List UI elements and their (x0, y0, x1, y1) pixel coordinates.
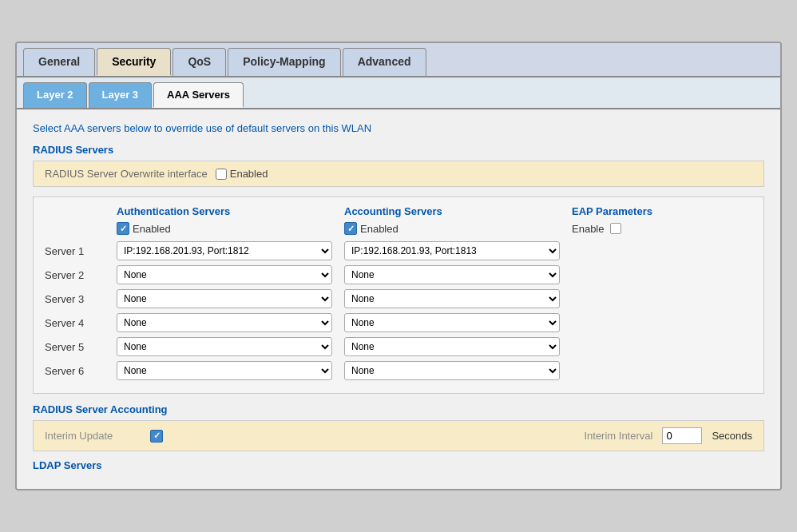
server-5-acct-select[interactable]: None (344, 337, 560, 356)
interim-interval-label: Interim Interval (584, 430, 652, 442)
overwrite-checkbox-label[interactable]: Enabled (216, 168, 268, 180)
subtab-aaa-servers[interactable]: AAA Servers (153, 82, 244, 108)
table-row: Server 2 None None (45, 265, 752, 284)
server-headers: Authentication Servers Accounting Server… (45, 205, 752, 217)
auth-enabled-text: Enabled (133, 223, 171, 235)
interim-update-checkbox[interactable] (150, 430, 163, 443)
subtab-layer2[interactable]: Layer 2 (23, 82, 87, 108)
overwrite-checkbox[interactable] (216, 169, 227, 180)
server-6-auth-select[interactable]: None (117, 361, 332, 380)
server-4-auth-select[interactable]: None (117, 313, 332, 332)
subtab-layer3[interactable]: Layer 3 (89, 82, 153, 108)
radius-accounting-section: RADIUS Server Accounting Interim Update … (33, 403, 764, 451)
server-1-label: Server 1 (45, 245, 117, 257)
content-area: Select AAA servers below to override use… (17, 109, 780, 489)
server-3-auth-select[interactable]: None (117, 289, 332, 308)
tab-advanced[interactable]: Advanced (343, 48, 426, 76)
acct-enabled-text: Enabled (360, 223, 398, 235)
interim-row: Interim Update Interim Interval Seconds (33, 420, 764, 451)
server-6-acct-select[interactable]: None (344, 361, 560, 380)
tab-policy-mapping[interactable]: Policy-Mapping (228, 48, 340, 76)
ldap-servers-title: LDAP Servers (33, 459, 764, 471)
interim-interval-input[interactable] (662, 427, 702, 444)
radius-servers-title: RADIUS Servers (33, 144, 764, 156)
top-tabs: General Security QoS Policy-Mapping Adva… (17, 43, 780, 77)
server-5-auth-select[interactable]: None (117, 337, 332, 356)
instruction-text: Select AAA servers below to override use… (33, 122, 764, 134)
tab-general[interactable]: General (23, 48, 95, 76)
seconds-label: Seconds (712, 430, 752, 442)
table-row: Server 5 None None (45, 337, 752, 356)
interim-update-label: Interim Update (45, 430, 141, 442)
server-4-label: Server 4 (45, 317, 117, 329)
main-container: General Security QoS Policy-Mapping Adva… (15, 42, 782, 490)
table-row: Server 1 IP:192.168.201.93, Port:1812 No… (45, 241, 752, 260)
tab-qos[interactable]: QoS (172, 48, 226, 76)
radius-accounting-title: RADIUS Server Accounting (33, 403, 764, 415)
radius-overwrite-row: RADIUS Server Overwrite interface Enable… (33, 161, 764, 187)
server-2-auth-select[interactable]: None (117, 265, 332, 284)
auth-enabled-checkbox[interactable] (117, 222, 129, 235)
eap-enable-label: Enable (572, 223, 604, 235)
server-2-acct-select[interactable]: None (344, 265, 560, 284)
table-row: Server 6 None None (45, 361, 752, 380)
sub-tabs: Layer 2 Layer 3 AAA Servers (17, 77, 780, 109)
acct-enabled-checkbox[interactable] (344, 222, 357, 235)
acct-enabled-label[interactable]: Enabled (344, 222, 572, 235)
radius-overwrite-label: RADIUS Server Overwrite interface (45, 168, 208, 180)
eap-enable-row: Enable (572, 223, 700, 235)
server-3-acct-select[interactable]: None (344, 289, 560, 308)
server-5-label: Server 5 (45, 341, 117, 353)
server-3-label: Server 3 (45, 293, 117, 305)
overwrite-enabled-label: Enabled (230, 168, 268, 180)
accounting-servers-header: Accounting Servers (344, 205, 572, 217)
server-6-label: Server 6 (45, 365, 117, 377)
eap-header: EAP Parameters (572, 205, 700, 217)
server-1-acct-select[interactable]: IP:192.168.201.93, Port:1813 None (344, 241, 560, 260)
auth-enabled-label[interactable]: Enabled (117, 222, 344, 235)
server-2-label: Server 2 (45, 269, 117, 281)
table-row: Server 3 None None (45, 289, 752, 308)
tab-security[interactable]: Security (97, 48, 171, 76)
eap-enable-checkbox[interactable] (610, 223, 621, 234)
table-row: Server 4 None None (45, 313, 752, 332)
server-1-auth-select[interactable]: IP:192.168.201.93, Port:1812 None (117, 241, 332, 260)
enabled-row: Enabled Enabled Enable (45, 222, 752, 235)
server-table-area: Authentication Servers Accounting Server… (33, 197, 764, 394)
server-4-acct-select[interactable]: None (344, 313, 560, 332)
auth-servers-header: Authentication Servers (117, 205, 344, 217)
